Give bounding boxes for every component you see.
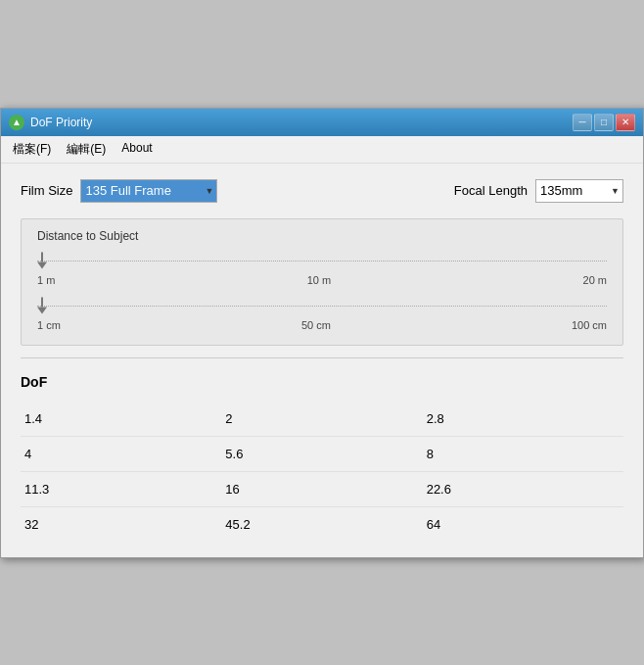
menu-edit[interactable]: 編輯(E) (59, 138, 114, 161)
close-button[interactable]: ✕ (616, 114, 635, 131)
main-window: ▲ DoF Priority ─ □ ✕ 檔案(F) 編輯(E) About F… (0, 108, 644, 558)
film-size-select[interactable]: 135 Full Frame APS-C Micro 4/3 (80, 179, 217, 203)
content-area: Film Size 135 Full Frame APS-C Micro 4/3… (1, 164, 643, 557)
slider-cm-area: 1 cm 50 cm 100 cm (37, 294, 607, 331)
film-size-label: Film Size (21, 183, 72, 198)
menu-bar: 檔案(F) 編輯(E) About (1, 136, 643, 164)
minimize-button[interactable]: ─ (573, 114, 592, 131)
label-1m: 1 m (37, 274, 55, 286)
dof-cell-2-0: 11.3 (21, 482, 221, 497)
dof-cell-1-1: 5.6 (221, 447, 422, 461)
divider (21, 357, 623, 358)
menu-file[interactable]: 檔案(F) (5, 138, 59, 161)
label-100cm: 100 cm (572, 319, 607, 331)
title-bar-buttons: ─ □ ✕ (573, 114, 635, 131)
dof-title: DoF (21, 374, 623, 390)
label-50cm: 50 cm (301, 319, 331, 331)
dof-cell-0-0: 1.4 (21, 411, 221, 426)
slider-meters-labels: 1 m 10 m 20 m (37, 274, 607, 286)
slider-meters-track (37, 249, 607, 272)
focal-length-group: Focal Length 35mm 50mm 85mm 100mm 135mm … (454, 179, 623, 203)
dof-section: DoF 1.4 2 2.8 4 5.6 8 11.3 16 22.6 (21, 370, 623, 542)
label-10m: 10 m (307, 274, 331, 286)
dof-cell-2-2: 22.6 (423, 482, 623, 497)
controls-row: Film Size 135 Full Frame APS-C Micro 4/3… (21, 179, 623, 203)
dof-cell-3-2: 64 (423, 517, 623, 532)
dof-cell-1-2: 8 (423, 447, 623, 461)
menu-about[interactable]: About (114, 138, 160, 161)
slider-meters-area: 1 m 10 m 20 m (37, 249, 607, 286)
label-20m: 20 m (583, 274, 607, 286)
dof-row-2: 11.3 16 22.6 (21, 472, 623, 507)
dof-cell-0-1: 2 (221, 411, 422, 426)
app-icon: ▲ (9, 115, 24, 130)
film-size-select-wrapper: 135 Full Frame APS-C Micro 4/3 (80, 179, 217, 203)
title-bar: ▲ DoF Priority ─ □ ✕ (1, 109, 643, 136)
dof-cell-3-0: 32 (21, 517, 221, 532)
focal-length-select[interactable]: 35mm 50mm 85mm 100mm 135mm 200mm (535, 179, 623, 203)
slider-cm-track (37, 294, 607, 317)
distance-section: Distance to Subject 1 m 10 m 20 m (21, 218, 623, 346)
dof-row-3: 32 45.2 64 (21, 507, 623, 542)
label-1cm: 1 cm (37, 319, 61, 331)
dof-cell-0-2: 2.8 (423, 411, 623, 426)
maximize-button[interactable]: □ (594, 114, 614, 131)
window-title: DoF Priority (30, 116, 92, 129)
focal-length-label: Focal Length (454, 183, 528, 198)
dof-cell-2-1: 16 (221, 482, 422, 497)
slider-cm-labels: 1 cm 50 cm 100 cm (37, 319, 607, 331)
title-bar-left: ▲ DoF Priority (9, 115, 92, 130)
dof-grid: 1.4 2 2.8 4 5.6 8 11.3 16 22.6 32 45.2 (21, 402, 623, 542)
focal-length-select-wrapper: 35mm 50mm 85mm 100mm 135mm 200mm (535, 179, 623, 203)
film-size-group: Film Size 135 Full Frame APS-C Micro 4/3 (21, 179, 217, 203)
dof-cell-1-0: 4 (21, 447, 221, 461)
dof-cell-3-1: 45.2 (221, 517, 422, 532)
dof-row-1: 4 5.6 8 (21, 437, 623, 472)
dof-row-0: 1.4 2 2.8 (21, 402, 623, 437)
distance-label: Distance to Subject (37, 229, 607, 243)
